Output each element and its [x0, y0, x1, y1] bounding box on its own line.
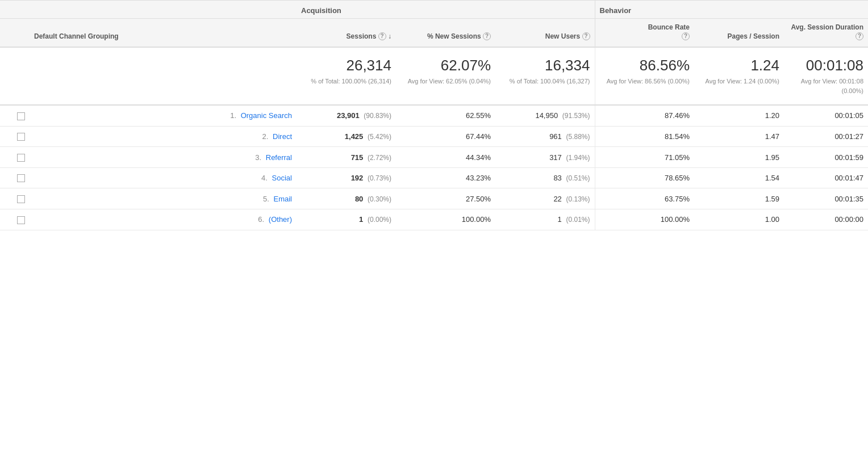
row-check-cell[interactable]: [0, 209, 30, 230]
row-channel-cell: 5. Email: [30, 188, 297, 209]
channel-link[interactable]: Organic Search: [241, 111, 292, 120]
row-new-sessions-cell: 43.23%: [396, 167, 495, 188]
row-check-cell[interactable]: [0, 188, 30, 209]
row-bounce-value: 87.46%: [665, 111, 690, 120]
row-new-users-pct: (0.51%): [566, 174, 590, 182]
col-sessions-header[interactable]: Sessions ? ↓: [297, 19, 396, 48]
row-checkbox[interactable]: [17, 112, 25, 120]
row-new-sessions-value: 27.50%: [466, 195, 491, 203]
row-pages-cell: 1.47: [694, 126, 784, 147]
row-bounce-value: 71.05%: [665, 153, 690, 162]
row-checkbox[interactable]: [17, 216, 25, 224]
row-pages-cell: 1.00: [694, 209, 784, 230]
col-new-sessions-header: % New Sessions ?: [396, 19, 495, 48]
sessions-help-icon[interactable]: ?: [378, 32, 386, 40]
bounce-label: Bounce Rate: [648, 23, 690, 31]
col-avg-header: Avg. Session Duration ?: [784, 19, 868, 48]
row-new-users-value: 317: [549, 153, 562, 162]
row-avg-session-value: 00:01:35: [834, 195, 863, 203]
row-sessions-value: 80: [355, 195, 363, 203]
channel-link[interactable]: Direct: [273, 132, 292, 141]
totals-check-cell: [0, 47, 30, 105]
pages-label: Pages / Session: [728, 32, 779, 40]
row-new-users-cell: 1 (0.01%): [495, 209, 595, 230]
totals-avg-session-sub: Avg for View: 00:01:08 (0.00%): [788, 77, 863, 95]
row-new-sessions-value: 67.44%: [466, 132, 491, 141]
col-check-header: [0, 19, 30, 48]
channel-link[interactable]: Email: [273, 195, 292, 203]
totals-pages-cell: 1.24 Avg for View: 1.24 (0.00%): [694, 47, 784, 105]
row-sessions-pct: (0.30%): [368, 195, 391, 203]
row-avg-session-cell: 00:01:47: [784, 167, 868, 188]
row-pages-cell: 1.95: [694, 147, 784, 168]
row-new-users-cell: 83 (0.51%): [495, 167, 595, 188]
row-checkbox[interactable]: [17, 133, 25, 141]
row-sessions-value: 1,425: [345, 132, 364, 141]
row-avg-session-value: 00:00:00: [834, 215, 863, 224]
col-pages-header: Pages / Session: [694, 19, 784, 48]
row-sessions-cell: 23,901 (90.83%): [297, 105, 396, 126]
totals-sessions-sub: % of Total: 100.00% (26,314): [301, 77, 391, 86]
row-new-users-value: 1: [558, 215, 562, 224]
row-checkbox[interactable]: [17, 174, 25, 182]
row-new-sessions-value: 100.00%: [462, 215, 491, 224]
totals-new-users-value: 16,334: [500, 57, 590, 74]
sessions-sort-icon[interactable]: ↓: [388, 32, 391, 41]
row-new-sessions-value: 43.23%: [466, 174, 491, 182]
row-channel-cell: 1. Organic Search: [30, 105, 297, 126]
totals-sessions-cell: 26,314 % of Total: 100.00% (26,314): [297, 47, 396, 105]
row-new-users-cell: 22 (0.13%): [495, 188, 595, 209]
bounce-help-icon[interactable]: ?: [682, 32, 690, 40]
sessions-label: Sessions: [347, 32, 377, 40]
col-channel-header: Default Channel Grouping: [30, 19, 297, 48]
avg-session-help-icon[interactable]: ?: [856, 32, 863, 40]
totals-pages-value: 1.24: [699, 57, 779, 74]
table-row: 5. Email 80 (0.30%) 27.50% 22 (0.13%) 63…: [0, 188, 868, 209]
totals-row: 26,314 % of Total: 100.00% (26,314) 62.0…: [0, 47, 868, 105]
row-checkbox[interactable]: [17, 154, 25, 162]
row-checkbox[interactable]: [17, 195, 25, 203]
row-bounce-value: 78.65%: [665, 174, 690, 182]
row-bounce-cell: 63.75%: [595, 188, 694, 209]
row-new-sessions-cell: 27.50%: [396, 188, 495, 209]
row-number: 1.: [230, 111, 236, 120]
channel-link[interactable]: (Other): [269, 215, 292, 224]
analytics-table-wrapper: Acquisition Behavior Default Channel Gro…: [0, 0, 868, 230]
row-pages-cell: 1.54: [694, 167, 784, 188]
row-channel-cell: 6. (Other): [30, 209, 297, 230]
row-check-cell[interactable]: [0, 126, 30, 147]
row-check-cell[interactable]: [0, 147, 30, 168]
new-sessions-help-icon[interactable]: ?: [483, 32, 491, 40]
new-users-help-icon[interactable]: ?: [582, 32, 590, 40]
row-bounce-cell: 78.65%: [595, 167, 694, 188]
row-new-users-cell: 961 (5.88%): [495, 126, 595, 147]
row-number: 4.: [261, 174, 268, 182]
channel-link[interactable]: Referral: [266, 153, 292, 162]
row-avg-session-value: 00:01:27: [834, 132, 863, 141]
totals-pages-sub: Avg for View: 1.24 (0.00%): [699, 77, 779, 86]
table-row: 1. Organic Search 23,901 (90.83%) 62.55%…: [0, 105, 868, 126]
totals-sessions-value: 26,314: [301, 57, 391, 74]
row-bounce-value: 63.75%: [665, 195, 690, 203]
row-new-users-value: 22: [553, 195, 561, 203]
new-users-label: New Users: [545, 32, 580, 40]
totals-new-sessions-sub: Avg for View: 62.05% (0.04%): [400, 77, 491, 86]
channel-link[interactable]: Social: [272, 174, 292, 182]
row-avg-session-cell: 00:01:59: [784, 147, 868, 168]
row-check-cell[interactable]: [0, 167, 30, 188]
row-avg-session-cell: 00:01:35: [784, 188, 868, 209]
row-sessions-pct: (5.42%): [368, 133, 391, 141]
row-channel-cell: 4. Social: [30, 167, 297, 188]
row-bounce-cell: 87.46%: [595, 105, 694, 126]
row-number: 3.: [255, 153, 261, 162]
row-bounce-cell: 71.05%: [595, 147, 694, 168]
row-number: 6.: [258, 215, 264, 224]
row-new-sessions-value: 44.34%: [466, 153, 491, 162]
row-sessions-pct: (2.72%): [368, 154, 391, 162]
row-bounce-cell: 81.54%: [595, 126, 694, 147]
row-sessions-pct: (0.00%): [368, 216, 391, 224]
totals-new-sessions-value: 62.07%: [400, 57, 491, 74]
table-row: 2. Direct 1,425 (5.42%) 67.44% 961 (5.88…: [0, 126, 868, 147]
row-avg-session-value: 00:01:05: [834, 111, 863, 120]
row-check-cell[interactable]: [0, 105, 30, 126]
